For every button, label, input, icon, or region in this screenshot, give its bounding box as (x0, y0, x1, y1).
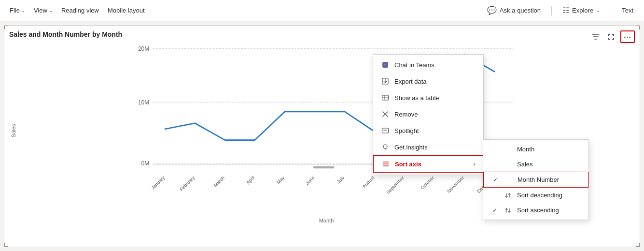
menu-item-spotlight[interactable]: Spotlight (373, 122, 483, 139)
sort-desc-label: Sort descending (517, 192, 581, 199)
submenu-sort-asc[interactable]: ✓ Sort ascending (483, 203, 588, 218)
svg-text:10M: 10M (138, 99, 149, 106)
month-label: Month (517, 146, 581, 153)
corner-bl (4, 243, 8, 247)
svg-text:October: October (420, 175, 435, 191)
view-chevron-icon: ⌄ (49, 8, 53, 13)
submenu-sort-desc[interactable]: Sort descending (483, 188, 588, 203)
chat-teams-label: Chat in Teams (394, 61, 476, 69)
submenu: Month Sales ✓ Month Number Sort descendi… (483, 139, 589, 220)
menu-item-get-insights[interactable]: Get insights (373, 139, 483, 155)
text-button[interactable]: Text (617, 4, 638, 17)
teams-icon: T (381, 60, 390, 69)
svg-text:January: January (150, 175, 166, 191)
get-insights-label: Get insights (394, 144, 476, 151)
insights-icon (381, 143, 390, 151)
submenu-sales[interactable]: Sales (483, 157, 588, 172)
context-menu: T Chat in Teams Export data Show as a ta… (373, 54, 484, 175)
corner-tl (4, 26, 8, 30)
svg-text:April: April (245, 175, 256, 186)
explore-button[interactable]: ☷ Explore ⌄ (558, 3, 605, 18)
sort-axis-arrow-icon: › (473, 161, 475, 167)
sales-label: Sales (517, 161, 581, 168)
svg-text:20M: 20M (138, 45, 149, 52)
explore-chevron-icon: ⌄ (596, 8, 600, 13)
divider (551, 6, 552, 15)
ask-question-button[interactable]: 💬 Ask a question (482, 3, 546, 18)
remove-label: Remove (394, 111, 476, 118)
file-label: File (10, 7, 20, 14)
topbar: File ⌄ View ⌄ Reading view Mobile layout… (0, 0, 644, 21)
divider2 (611, 6, 611, 15)
svg-rect-28 (382, 128, 389, 133)
mobile-layout-label: Mobile layout (108, 7, 145, 14)
svg-rect-23 (382, 95, 389, 100)
chart-title: Sales and Month Number by Month (9, 30, 635, 38)
month-number-check-icon: ✓ (491, 177, 499, 183)
y-axis-label: Sales (9, 41, 18, 220)
corner-br (636, 243, 640, 247)
sort-asc-label: Sort ascending (517, 207, 581, 214)
file-chevron-icon: ⌄ (21, 8, 25, 13)
svg-text:August: August (361, 175, 376, 189)
menu-item-sort-axis[interactable]: Sort axis › (373, 155, 483, 173)
svg-point-30 (383, 145, 387, 148)
submenu-month[interactable]: Month (483, 142, 588, 157)
main-content: Sales and Month Number by Month ··· Sale… (0, 21, 644, 251)
text-label: Text (622, 7, 633, 14)
mobile-layout-button[interactable]: Mobile layout (104, 4, 149, 17)
spotlight-icon (381, 126, 390, 135)
reading-view-label: Reading view (61, 7, 99, 14)
month-number-label: Month Number (518, 176, 580, 183)
sort-desc-icon (504, 192, 512, 199)
corner-tr (636, 26, 640, 30)
topbar-right: 💬 Ask a question ☷ Explore ⌄ Text (482, 3, 638, 18)
explore-label: Explore (572, 7, 593, 14)
remove-icon (381, 110, 390, 118)
file-menu[interactable]: File ⌄ (6, 4, 29, 17)
chat-icon: 💬 (487, 6, 497, 15)
svg-text:June: June (305, 175, 316, 186)
menu-item-show-table[interactable]: Show as a table (373, 89, 483, 106)
ask-question-label: Ask a question (500, 7, 541, 14)
svg-text:November: November (446, 175, 465, 194)
show-table-label: Show as a table (394, 94, 476, 102)
view-label: View (34, 7, 47, 14)
export-icon (381, 77, 390, 86)
reading-view-button[interactable]: Reading view (57, 4, 103, 17)
sort-axis-label: Sort axis (395, 161, 468, 168)
svg-text:February: February (179, 175, 196, 192)
svg-text:T: T (384, 63, 386, 67)
submenu-month-number[interactable]: ✓ Month Number (483, 172, 588, 188)
topbar-left: File ⌄ View ⌄ Reading view Mobile layout (6, 4, 480, 17)
spotlight-label: Spotlight (394, 127, 476, 134)
menu-item-export-data[interactable]: Export data (373, 73, 483, 89)
svg-text:0M: 0M (141, 160, 150, 167)
svg-text:March: March (212, 175, 225, 188)
table-icon (381, 93, 390, 102)
sort-asc-check-icon: ✓ (491, 207, 499, 214)
svg-text:July: July (336, 175, 345, 185)
svg-rect-19 (313, 166, 335, 168)
view-menu[interactable]: View ⌄ (30, 4, 56, 17)
sort-asc-icon (504, 207, 512, 214)
sort-axis-icon (381, 160, 390, 168)
explore-icon: ☷ (562, 6, 569, 15)
menu-item-chat-teams[interactable]: T Chat in Teams (373, 57, 483, 73)
svg-text:September: September (385, 175, 406, 195)
menu-item-remove[interactable]: Remove (373, 106, 483, 122)
svg-text:May: May (276, 175, 286, 185)
export-data-label: Export data (394, 78, 476, 85)
